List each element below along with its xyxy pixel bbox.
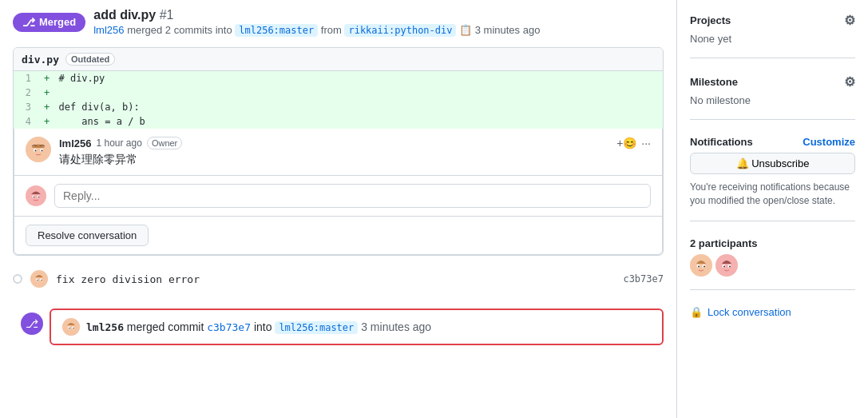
projects-gear-icon[interactable]: ⚙: [844, 13, 855, 28]
merge-icon: ⎇: [22, 16, 35, 29]
comment-meta: lml256 1 hour ago Owner +😊 ···: [59, 137, 651, 149]
reply-avatar: [26, 185, 46, 206]
projects-heading: Projects ⚙: [690, 13, 855, 28]
svg-point-31: [729, 265, 731, 267]
svg-point-17: [62, 318, 80, 336]
comment-section: lml256 1 hour ago Owner +😊 ··· 请处理除零异常: [14, 129, 663, 255]
participants-label: 2 participants: [690, 237, 758, 249]
commit-dot: [13, 274, 22, 284]
file-name: div.py: [22, 54, 59, 66]
merged-commit-text: lml256 merged commit c3b73e7 into lml256…: [86, 320, 431, 333]
svg-point-20: [69, 328, 69, 328]
code-block: div.py Outdated 1 + # div.py 2 + 3 + def…: [13, 47, 664, 256]
pr-title-area: add div.py #1 lml256 merged 2 commits in…: [93, 8, 540, 36]
projects-value: None yet: [690, 33, 855, 45]
svg-point-15: [37, 280, 38, 281]
base-branch-link[interactable]: lml256:master: [235, 24, 318, 37]
merged-commit-author[interactable]: lml256: [86, 321, 124, 333]
participant-avatar-1[interactable]: [690, 254, 712, 277]
notifications-heading: Notifications Customize: [690, 136, 855, 148]
participants-list: [690, 254, 855, 277]
commit-hash: c3b73e7: [623, 273, 664, 285]
sidebar: Projects ⚙ None yet Milestone ⚙ No miles…: [676, 0, 868, 418]
svg-point-4: [35, 150, 37, 152]
participant-avatar-2[interactable]: [715, 254, 738, 277]
svg-point-16: [41, 280, 42, 281]
code-table: 1 + # div.py 2 + 3 + def div(a, b): 4 + …: [14, 71, 663, 129]
comment-text: 请处理除零异常: [59, 153, 651, 167]
lock-icon: 🔒: [690, 306, 703, 318]
sidebar-participants: 2 participants: [690, 237, 855, 290]
svg-point-10: [34, 197, 35, 198]
sidebar-projects: Projects ⚙ None yet: [690, 13, 855, 58]
milestone-heading: Milestone ⚙: [690, 74, 855, 90]
participants-heading: 2 participants: [690, 237, 855, 249]
line-number: 4: [14, 114, 38, 129]
code-line-2: 2 +: [14, 86, 663, 100]
code-header: div.py Outdated: [14, 48, 663, 71]
pr-header: ⎇ Merged add div.py #1 lml256 merged 2 c…: [13, 8, 664, 36]
projects-label: Projects: [690, 14, 731, 26]
sidebar-lock: 🔒 Lock conversation: [690, 306, 855, 331]
svg-point-14: [40, 279, 42, 281]
line-number: 1: [14, 71, 38, 86]
svg-point-19: [72, 327, 74, 329]
code-line-1: 1 + # div.py: [14, 71, 663, 86]
comment: lml256 1 hour ago Owner +😊 ··· 请处理除零异常: [14, 129, 662, 176]
sidebar-milestone: Milestone ⚙ No milestone: [690, 74, 855, 120]
reply-area: [14, 176, 662, 217]
merged-commit-avatar: [62, 318, 80, 336]
emoji-reaction-button[interactable]: +😊: [616, 137, 636, 149]
outdated-badge: Outdated: [65, 53, 115, 66]
svg-point-11: [38, 197, 40, 198]
notifications-label: Notifications: [690, 136, 753, 148]
comment-time: 1 hour ago: [96, 137, 141, 149]
merged-badge: ⎇ Merged: [13, 13, 85, 32]
comment-more-button[interactable]: ···: [641, 137, 651, 149]
reply-input[interactable]: [54, 184, 651, 208]
resolve-conversation-button[interactable]: Resolve conversation: [26, 225, 149, 246]
line-number: 3: [14, 100, 38, 114]
merge-icon-circle: ⎇: [21, 313, 43, 335]
svg-point-30: [723, 265, 725, 267]
svg-point-26: [704, 265, 705, 267]
merged-commit-hash[interactable]: c3b73e7: [207, 321, 251, 333]
milestone-value: No milestone: [690, 94, 855, 106]
comment-avatar: [26, 137, 51, 162]
pr-author-link[interactable]: lml256: [93, 24, 124, 36]
code-line-4: 4 + ans = a / b: [14, 114, 663, 129]
resolve-area: Resolve conversation: [14, 217, 662, 254]
pr-title: add div.py #1: [93, 8, 540, 22]
svg-point-13: [36, 279, 38, 281]
merged-commit-branch[interactable]: lml256:master: [275, 321, 358, 334]
lock-label: Lock conversation: [707, 306, 791, 318]
svg-point-22: [690, 254, 712, 277]
commit-line: fix zero division error c3b73e7: [13, 262, 664, 296]
code-content: +: [38, 86, 663, 100]
comment-body: lml256 1 hour ago Owner +😊 ··· 请处理除零异常: [59, 137, 651, 167]
svg-point-27: [715, 254, 738, 277]
code-line-3: 3 + def div(a, b):: [14, 100, 663, 114]
merged-commit-row: ⎇ lml256 merged commit c3b73e7: [13, 302, 664, 345]
code-content: + # div.py: [38, 71, 663, 86]
sidebar-notifications: Notifications Customize 🔔 Unsubscribe Yo…: [690, 136, 855, 221]
commit-line-avatar: [30, 270, 48, 288]
unsubscribe-button[interactable]: 🔔 Unsubscribe: [690, 153, 855, 174]
svg-point-5: [42, 150, 43, 152]
code-content: + def div(a, b):: [38, 100, 663, 114]
svg-point-25: [698, 265, 700, 267]
milestone-label: Milestone: [690, 76, 738, 88]
svg-point-12: [30, 270, 48, 288]
svg-point-21: [73, 328, 73, 328]
head-branch-link[interactable]: rikkaii:python-div: [344, 24, 456, 37]
comment-author[interactable]: lml256: [59, 137, 91, 149]
code-content: + ans = a / b: [38, 114, 663, 129]
notification-reason: You're receiving notifications because y…: [690, 181, 855, 208]
milestone-gear-icon[interactable]: ⚙: [844, 74, 855, 90]
svg-point-18: [68, 327, 70, 329]
pr-subtitle: lml256 merged 2 commits into lml256:mast…: [93, 24, 540, 36]
line-number: 2: [14, 86, 38, 100]
lock-conversation-link[interactable]: 🔒 Lock conversation: [690, 306, 855, 318]
badge-label: Merged: [39, 16, 76, 28]
customize-link[interactable]: Customize: [803, 136, 855, 148]
